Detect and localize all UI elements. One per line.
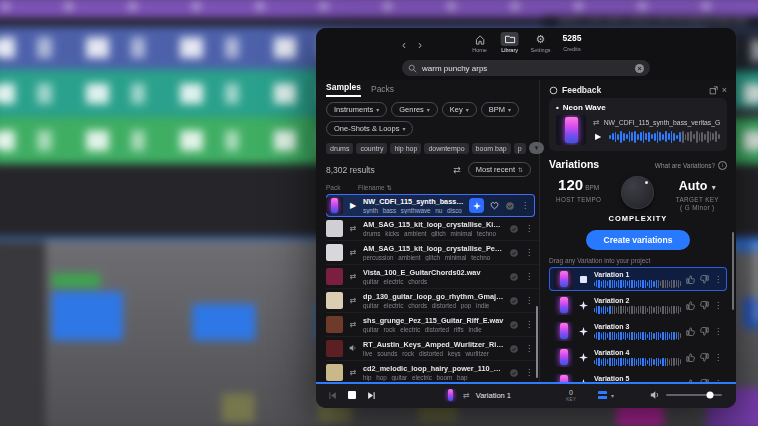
pack-artwork[interactable] bbox=[326, 220, 343, 237]
create-variations-icon-button[interactable] bbox=[469, 198, 484, 213]
kebab-menu-icon[interactable]: ⋮ bbox=[714, 301, 722, 310]
complexity-knob[interactable] bbox=[621, 176, 654, 209]
tag-chip[interactable]: hip hop bbox=[390, 143, 421, 154]
variation-waveform[interactable] bbox=[594, 280, 681, 288]
tag-chip[interactable]: drums bbox=[326, 143, 353, 154]
sample-row-selected[interactable]: ▶ NW_CDFI_115_synth_bass_veritas_Gmin.wa… bbox=[326, 194, 535, 217]
stop-button[interactable] bbox=[348, 391, 356, 399]
tag-chip[interactable]: boom bap bbox=[472, 143, 511, 154]
nav-library[interactable]: Library bbox=[501, 32, 519, 53]
kebab-menu-icon[interactable]: ⋮ bbox=[525, 248, 533, 257]
create-variations-button[interactable]: Create variations bbox=[586, 230, 691, 250]
stop-icon[interactable] bbox=[578, 276, 589, 283]
pack-artwork[interactable] bbox=[326, 244, 343, 261]
thumbs-up-icon[interactable] bbox=[686, 275, 695, 284]
kebab-menu-icon[interactable]: ⋮ bbox=[525, 320, 533, 329]
key-shift-indicator[interactable]: 0 KEY bbox=[566, 389, 576, 402]
downloaded-check-icon[interactable] bbox=[509, 368, 519, 378]
sparkle-icon[interactable] bbox=[578, 301, 589, 310]
sample-row[interactable]: ⇄ shs_grunge_Pez_115_Guitar_Riff_E.wav g… bbox=[326, 313, 539, 337]
nav-back-button[interactable]: ‹ bbox=[402, 38, 406, 52]
pack-artwork[interactable] bbox=[326, 197, 343, 214]
variations-scrollbar[interactable] bbox=[732, 232, 734, 310]
sort-dropdown[interactable]: Most recent⇅ bbox=[468, 162, 531, 177]
tag-chip[interactable]: p bbox=[514, 143, 526, 154]
filter-bpm[interactable]: BPM▾ bbox=[481, 102, 519, 117]
nav-home[interactable]: Home bbox=[471, 32, 489, 53]
pack-artwork[interactable] bbox=[326, 268, 343, 285]
thumbs-down-icon[interactable] bbox=[700, 275, 709, 284]
column-filename[interactable]: Filename ⇅ bbox=[358, 184, 392, 192]
nav-settings[interactable]: ⚙ Settings bbox=[531, 32, 551, 53]
play-icon[interactable]: ▶ bbox=[348, 201, 358, 210]
variation-row[interactable]: Variation 2 ⋮ bbox=[549, 293, 727, 317]
kebab-menu-icon[interactable]: ⋮ bbox=[525, 296, 533, 305]
filter-key[interactable]: Key▾ bbox=[442, 102, 477, 117]
tab-packs[interactable]: Packs bbox=[371, 84, 394, 97]
downloaded-check-icon[interactable] bbox=[509, 248, 519, 258]
thumbs-down-icon[interactable] bbox=[700, 301, 709, 310]
volume-icon[interactable] bbox=[650, 390, 660, 400]
pack-artwork[interactable] bbox=[326, 340, 343, 357]
sample-row[interactable]: ⇄ Vista_100_E_GuitarChords02.wav guitar … bbox=[326, 265, 539, 289]
filter-oneshots-loops[interactable]: One-Shots & Loops▾ bbox=[326, 121, 413, 136]
downloaded-check-icon[interactable] bbox=[509, 296, 519, 306]
shuffle-icon[interactable]: ⇄ bbox=[453, 165, 461, 175]
downloaded-check-icon[interactable] bbox=[509, 344, 519, 354]
nav-forward-button[interactable]: › bbox=[418, 38, 422, 52]
filter-instruments[interactable]: Instruments▾ bbox=[326, 102, 387, 117]
kebab-menu-icon[interactable]: ⋮ bbox=[714, 275, 722, 284]
column-pack[interactable]: Pack bbox=[326, 184, 358, 192]
thumbs-up-icon[interactable] bbox=[686, 301, 695, 310]
variation-row-active[interactable]: Variation 1 ⋮ bbox=[549, 267, 727, 291]
downloaded-check-icon[interactable] bbox=[509, 224, 519, 234]
pack-artwork[interactable] bbox=[326, 364, 343, 381]
sample-list-scrollbar[interactable] bbox=[536, 306, 538, 378]
downloaded-check-icon[interactable] bbox=[509, 272, 519, 282]
tag-chip[interactable]: downtempo bbox=[424, 143, 468, 154]
sample-row[interactable]: ⇄ cd2_melodic_loop_hairy_power_110_G.wav… bbox=[326, 361, 539, 382]
sample-waveform[interactable] bbox=[609, 131, 720, 143]
kebab-menu-icon[interactable]: ⋮ bbox=[521, 201, 529, 210]
filter-genres[interactable]: Genres▾ bbox=[391, 102, 438, 117]
variation-row[interactable]: Variation 4 ⋮ bbox=[549, 345, 727, 369]
kebab-menu-icon[interactable]: ⋮ bbox=[525, 272, 533, 281]
downloaded-check-icon[interactable] bbox=[509, 320, 519, 330]
downloaded-check-icon[interactable] bbox=[505, 201, 515, 211]
play-icon[interactable]: ▶ bbox=[593, 132, 603, 141]
pack-artwork[interactable] bbox=[326, 316, 343, 333]
tag-chip[interactable]: country bbox=[356, 143, 387, 154]
tab-samples[interactable]: Samples bbox=[326, 82, 361, 97]
popout-icon[interactable] bbox=[709, 86, 718, 95]
sample-row[interactable]: ⇄ AM_SAG_115_kit_loop_crystallise_Perc.w… bbox=[326, 241, 539, 265]
thumbs-up-icon[interactable] bbox=[686, 353, 695, 362]
sample-row[interactable]: RT_Austin_Keys_Amped_Wurlitzer_Riff_39_1… bbox=[326, 337, 539, 361]
kebab-menu-icon[interactable]: ⋮ bbox=[525, 224, 533, 233]
previous-icon[interactable] bbox=[328, 391, 337, 400]
heart-icon[interactable] bbox=[490, 201, 499, 210]
volume-slider[interactable] bbox=[666, 394, 722, 396]
pack-artwork[interactable] bbox=[326, 292, 343, 309]
credits-indicator[interactable]: 5285 Credits bbox=[562, 32, 581, 52]
key-dropdown[interactable]: Auto ▾ bbox=[668, 176, 727, 194]
sample-row[interactable]: ⇄ AM_SAG_115_kit_loop_crystallise_Kick.w… bbox=[326, 217, 539, 241]
sync-dropdown[interactable]: ▾ bbox=[598, 391, 614, 400]
sparkle-icon[interactable] bbox=[578, 353, 589, 362]
sparkle-icon[interactable] bbox=[578, 327, 589, 336]
variation-waveform[interactable] bbox=[594, 306, 681, 314]
kebab-menu-icon[interactable]: ⋮ bbox=[714, 327, 722, 336]
kebab-menu-icon[interactable]: ⋮ bbox=[714, 353, 722, 362]
sample-row[interactable]: ⇄ dp_130_guitar_loop_go_rhythm_Gmaj.wav … bbox=[326, 289, 539, 313]
thumbs-down-icon[interactable] bbox=[700, 327, 709, 336]
next-icon[interactable] bbox=[367, 391, 376, 400]
search-clear-button[interactable]: × bbox=[635, 64, 644, 73]
variation-waveform[interactable] bbox=[594, 358, 681, 366]
what-are-variations-link[interactable]: What are Variations?i bbox=[655, 161, 727, 170]
variation-row[interactable]: Variation 3 ⋮ bbox=[549, 319, 727, 343]
volume-slider-thumb[interactable] bbox=[706, 392, 713, 399]
search-input[interactable]: warm punchy arps × bbox=[402, 60, 650, 76]
variation-waveform[interactable] bbox=[594, 332, 681, 340]
thumbs-up-icon[interactable] bbox=[686, 327, 695, 336]
kebab-menu-icon[interactable]: ⋮ bbox=[525, 368, 533, 377]
loop-icon[interactable]: ⇄ bbox=[463, 391, 470, 400]
